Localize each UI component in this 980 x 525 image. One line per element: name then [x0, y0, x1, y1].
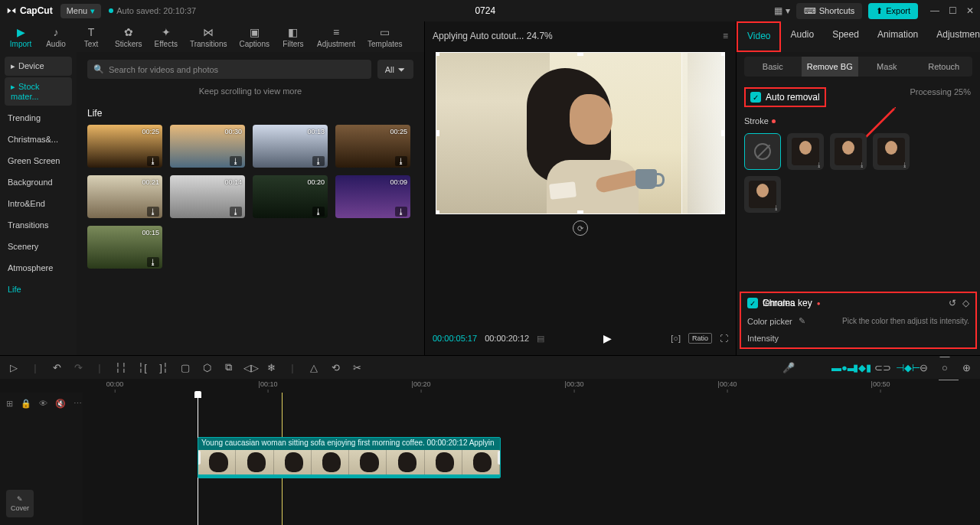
- media-thumbnail[interactable]: 00:30⭳: [170, 125, 245, 168]
- inspector-tab-video[interactable]: Video: [737, 21, 781, 52]
- close-icon[interactable]: ✕: [966, 5, 974, 16]
- menu-button[interactable]: Menu ▾: [60, 4, 102, 18]
- reset-icon[interactable]: ↺: [949, 298, 956, 308]
- timeline-ruler[interactable]: 00:00|00:10|00:20|00:30|00:40|00:50: [0, 379, 980, 393]
- sidebar-item[interactable]: ▸Stock mater...: [5, 77, 72, 106]
- inspector-tab-speed[interactable]: Speed: [823, 21, 868, 52]
- tool-transitions[interactable]: ⋈Transitions: [184, 23, 234, 51]
- subnav-basic[interactable]: Basic: [744, 57, 802, 77]
- sidebar-item[interactable]: Atmosphere: [0, 257, 77, 279]
- eye-icon[interactable]: 👁: [39, 399, 47, 409]
- tool-stickers[interactable]: ✿Stickers: [109, 23, 149, 51]
- tool-captions[interactable]: ▣Captions: [234, 23, 276, 51]
- checkbox-checked-icon[interactable]: ✓: [747, 298, 758, 308]
- download-icon[interactable]: ⭳: [312, 156, 325, 166]
- tool-adjustment[interactable]: ≡Adjustment: [311, 23, 361, 51]
- media-thumbnail[interactable]: 00:25⭳: [335, 125, 410, 168]
- export-button[interactable]: ⬆ Export: [868, 3, 918, 19]
- media-thumbnail[interactable]: 00:09⭳: [335, 175, 410, 218]
- download-icon[interactable]: ⭳: [230, 207, 242, 217]
- download-icon[interactable]: ⭳: [395, 156, 407, 166]
- minimize-icon[interactable]: —: [930, 5, 939, 16]
- download-icon[interactable]: ⭳: [147, 156, 159, 166]
- tool-filters[interactable]: ◧Filters: [276, 23, 311, 51]
- download-icon[interactable]: ⭳: [395, 207, 407, 217]
- ratio-button[interactable]: Ratio: [688, 333, 712, 344]
- tool-text[interactable]: TText: [74, 23, 109, 51]
- zoom-in-icon[interactable]: ⊕: [960, 362, 972, 373]
- sidebar-item[interactable]: ▸Device: [5, 57, 72, 76]
- inspector-tab-adjustment[interactable]: Adjustment: [927, 21, 980, 52]
- pointer-tool-icon[interactable]: ▷: [8, 362, 20, 373]
- media-thumbnail[interactable]: 00:14⭳: [170, 175, 245, 218]
- layout-icon[interactable]: ▦ ▾: [774, 5, 789, 16]
- inspector-tab-audio[interactable]: Audio: [781, 21, 823, 52]
- stroke-none[interactable]: [744, 133, 781, 170]
- shortcuts-button[interactable]: ⌨ Shortcuts: [796, 3, 862, 19]
- trim-left-icon[interactable]: ╎[: [136, 362, 149, 373]
- subnav-mask[interactable]: Mask: [858, 57, 916, 77]
- media-thumbnail[interactable]: 00:21⭳: [87, 175, 162, 218]
- timeline-tracks[interactable]: Young caucasian woman sitting sofa enjoy…: [83, 393, 980, 525]
- mic-icon[interactable]: 🎤: [782, 362, 795, 373]
- filter-all-button[interactable]: All⏷: [377, 60, 413, 79]
- rotate-handle-icon[interactable]: ⟳: [573, 220, 588, 236]
- lock-icon[interactable]: 🔒: [21, 399, 31, 409]
- tool-templates[interactable]: ▭Templates: [361, 23, 409, 51]
- sidebar-item[interactable]: Background: [0, 171, 77, 193]
- download-icon[interactable]: ⭳: [230, 156, 242, 166]
- mute-icon[interactable]: 🔇: [55, 399, 66, 409]
- snap-icon[interactable]: ⊂⊃: [874, 362, 887, 373]
- scan-icon[interactable]: [○]: [671, 334, 681, 343]
- delete-icon[interactable]: ▢: [179, 362, 191, 373]
- sidebar-item[interactable]: Intro&End: [0, 193, 77, 214]
- crop-icon[interactable]: ✂: [351, 362, 363, 373]
- diamond-icon[interactable]: ◇: [962, 298, 969, 308]
- preview-menu-icon[interactable]: ≡: [723, 31, 728, 41]
- cover-button[interactable]: ✎ Cover: [6, 490, 34, 517]
- stroke-option[interactable]: ⭳: [744, 176, 781, 213]
- media-thumbnail[interactable]: 00:15⭳: [87, 226, 162, 269]
- toggle-icon[interactable]: ⊞: [6, 399, 13, 409]
- stroke-option[interactable]: ⭳: [873, 133, 910, 170]
- undo-icon[interactable]: ↶: [51, 362, 63, 373]
- zoom-out-icon[interactable]: ⊖: [917, 362, 929, 373]
- align-icon[interactable]: ⊣◆⊢: [896, 362, 908, 373]
- inspector-tab-animation[interactable]: Animation: [868, 21, 927, 52]
- link-icon[interactable]: ▮◆▮: [853, 362, 865, 373]
- redo-icon[interactable]: ↷: [72, 362, 84, 373]
- download-icon[interactable]: ⭳: [147, 207, 159, 217]
- trim-right-icon[interactable]: ]╎: [158, 362, 170, 373]
- mirror-icon[interactable]: ◁▷: [243, 362, 256, 373]
- subnav-retouch[interactable]: Retouch: [916, 57, 973, 77]
- stroke-option[interactable]: ⭳: [830, 133, 867, 170]
- magnet-icon[interactable]: ▬●▬: [831, 362, 844, 373]
- auto-removal-toggle[interactable]: ✓ Auto removal: [744, 87, 826, 107]
- freeze-icon[interactable]: ❄: [265, 362, 277, 373]
- rotate-icon[interactable]: ⟲: [329, 362, 341, 373]
- tool-effects[interactable]: ✦Effects: [149, 23, 184, 51]
- subnav-remove-bg[interactable]: Remove BG: [802, 57, 859, 77]
- sidebar-item[interactable]: Christmas&...: [0, 129, 77, 150]
- warning-icon[interactable]: △: [308, 362, 320, 373]
- tool-audio[interactable]: ♪Audio: [38, 23, 74, 51]
- sidebar-item[interactable]: Scenery: [0, 236, 77, 257]
- duplicate-icon[interactable]: ⧉: [222, 361, 234, 373]
- more-icon[interactable]: ⋯: [74, 399, 82, 409]
- eyedropper-icon[interactable]: ✎: [799, 316, 805, 326]
- maximize-icon[interactable]: ☐: [949, 5, 957, 16]
- media-thumbnail[interactable]: 00:25⭳: [87, 125, 162, 168]
- download-icon[interactable]: ⭳: [312, 207, 325, 217]
- sidebar-item[interactable]: Green Screen: [0, 150, 77, 171]
- sidebar-item[interactable]: Transitions: [0, 214, 77, 236]
- tool-import[interactable]: ▶Import: [3, 23, 38, 51]
- media-thumbnail[interactable]: 00:13⭳: [253, 125, 328, 168]
- sidebar-item[interactable]: Trending: [0, 107, 77, 129]
- search-input[interactable]: 🔍 Search for videos and photos: [87, 60, 371, 79]
- download-icon[interactable]: ⭳: [147, 257, 159, 267]
- grid-toggle-icon[interactable]: ▤: [537, 334, 544, 344]
- fullscreen-icon[interactable]: ⛶: [720, 334, 728, 343]
- stroke-option[interactable]: ⭳: [787, 133, 824, 170]
- preview-viewport[interactable]: [436, 52, 725, 214]
- video-clip[interactable]: Young caucasian woman sitting sofa enjoy…: [198, 437, 501, 478]
